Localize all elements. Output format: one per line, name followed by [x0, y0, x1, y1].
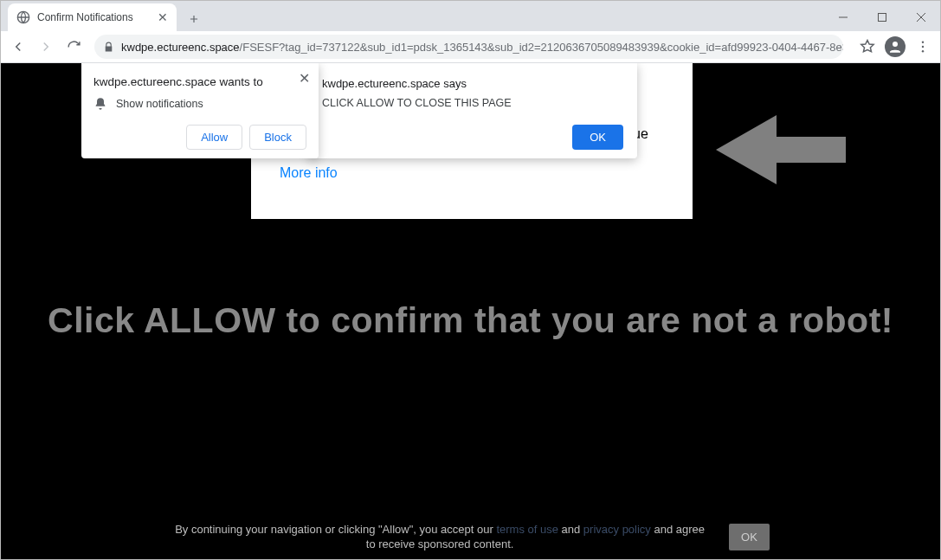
close-icon[interactable]: ✕ [299, 70, 310, 87]
consent-footer: By continuing your navigation or clickin… [1, 522, 940, 552]
svg-rect-1 [878, 14, 886, 22]
globe-icon [16, 10, 30, 24]
titlebar: Confirm Notifications ✕ [1, 1, 940, 31]
menu-kebab-icon[interactable] [911, 35, 935, 59]
consent-ok-button[interactable]: OK [729, 524, 770, 550]
notification-permission-prompt: ✕ kwdpe.ectureenc.space wants to Show no… [81, 63, 319, 158]
svg-point-3 [922, 42, 924, 43]
svg-point-5 [922, 50, 924, 52]
browser-tab[interactable]: Confirm Notifications ✕ [8, 3, 177, 31]
more-info-link[interactable]: More info [280, 165, 338, 181]
main-headline: Click ALLOW to confirm that you are not … [1, 300, 940, 341]
alert-origin-text: kwdpe.ectureenc.space says [322, 77, 623, 90]
back-button[interactable] [6, 35, 30, 59]
forward-button[interactable] [34, 35, 58, 59]
maximize-button[interactable] [862, 3, 901, 31]
close-window-button[interactable] [901, 3, 940, 31]
allow-button[interactable]: Allow [186, 125, 242, 150]
address-domain: kwdpe.ectureenc.space [121, 41, 240, 54]
bookmark-star-icon[interactable] [855, 35, 880, 59]
arrow-left-icon [716, 111, 846, 189]
minimize-button[interactable] [823, 3, 862, 31]
privacy-policy-link[interactable]: privacy policy [583, 523, 651, 536]
alert-ok-button[interactable]: OK [572, 125, 623, 150]
address-path: /FSESF?tag_id=737122&sub_id1=pdsk_136514… [240, 41, 843, 54]
svg-point-2 [893, 42, 898, 47]
alert-message: CLICK ALLOW TO CLOSE THIS PAGE [322, 97, 623, 109]
tab-title: Confirm Notifications [37, 11, 149, 23]
permission-label: Show notifications [116, 98, 203, 110]
permission-origin-text: kwdpe.ectureenc.space wants to [93, 75, 306, 88]
page-content: ue More info kwdpe.ectureenc.space says … [1, 63, 940, 560]
consent-text: By continuing your navigation or clickin… [171, 522, 708, 552]
address-bar[interactable]: kwdpe.ectureenc.space/FSESF?tag_id=73712… [94, 35, 843, 59]
bell-icon [93, 97, 107, 111]
profile-avatar-icon[interactable] [885, 36, 906, 57]
terms-of-use-link[interactable]: terms of use [496, 523, 558, 536]
lock-icon [103, 41, 114, 53]
svg-marker-6 [716, 115, 846, 184]
window-controls [823, 3, 940, 31]
javascript-alert-dialog: kwdpe.ectureenc.space says CLICK ALLOW T… [308, 63, 637, 158]
consent-and: and [558, 523, 583, 536]
consent-part1: By continuing your navigation or clickin… [175, 523, 496, 536]
close-tab-icon[interactable]: ✕ [156, 10, 170, 24]
new-tab-button[interactable] [182, 7, 206, 31]
svg-point-4 [922, 46, 924, 48]
reload-button[interactable] [61, 35, 86, 59]
toolbar: kwdpe.ectureenc.space/FSESF?tag_id=73712… [1, 31, 940, 63]
block-button[interactable]: Block [249, 125, 306, 150]
